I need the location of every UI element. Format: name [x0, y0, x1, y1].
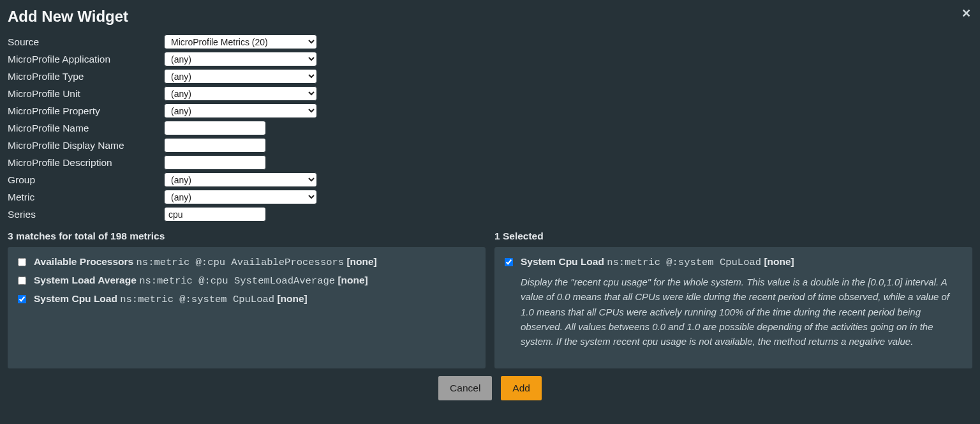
unit-select[interactable]: (any): [164, 86, 317, 101]
list-item: Available Processors ns:metric @:cpu Ava…: [18, 256, 475, 268]
match-name: System Load Average: [34, 275, 137, 285]
close-icon[interactable]: ✕: [961, 6, 971, 20]
label-unit: MicroProfile Unit: [8, 88, 164, 100]
match-meta: ns:metric @:system CpuLoad: [120, 294, 274, 305]
label-application: MicroProfile Application: [8, 54, 164, 65]
group-select[interactable]: (any): [164, 172, 317, 187]
list-item: System Cpu Load ns:metric @:system CpuLo…: [18, 293, 475, 305]
add-button[interactable]: Add: [501, 376, 542, 400]
dialog-title: Add New Widget: [8, 8, 972, 26]
matches-heading: 3 matches for total of 198 metrics: [8, 231, 486, 242]
selected-description: Display the "recent cpu usage" for the w…: [521, 275, 962, 349]
selected-panel: System Cpu Load ns:metric @:system CpuLo…: [494, 247, 972, 368]
dialog-footer: Cancel Add: [8, 376, 972, 400]
label-display-name: MicroProfile Display Name: [8, 140, 164, 151]
list-item: System Load Average ns:metric @:cpu Syst…: [18, 275, 475, 287]
match-checkbox[interactable]: [18, 295, 26, 303]
description-input[interactable]: [164, 155, 266, 170]
label-group: Group: [8, 174, 164, 186]
match-meta: ns:metric @:cpu AvailableProcessors: [137, 257, 345, 268]
match-unit: [none]: [346, 256, 376, 267]
source-select[interactable]: MicroProfile Metrics (20): [164, 34, 317, 49]
label-description: MicroProfile Description: [8, 157, 164, 169]
list-item: System Cpu Load ns:metric @:system CpuLo…: [505, 256, 962, 268]
selected-unit: [none]: [764, 256, 794, 267]
label-series: Series: [8, 209, 164, 220]
label-metric: Metric: [8, 192, 164, 203]
selected-name: System Cpu Load: [521, 256, 604, 267]
match-unit: [none]: [277, 293, 307, 304]
label-name: MicroProfile Name: [8, 123, 164, 134]
selected-checkbox[interactable]: [505, 258, 513, 266]
match-unit: [none]: [338, 275, 368, 285]
property-select[interactable]: (any): [164, 103, 317, 118]
matches-panel: Available Processors ns:metric @:cpu Ava…: [8, 247, 486, 368]
label-source: Source: [8, 36, 164, 48]
series-input[interactable]: [164, 207, 266, 222]
label-type: MicroProfile Type: [8, 71, 164, 82]
selected-meta: ns:metric @:system CpuLoad: [607, 257, 761, 268]
match-name: System Cpu Load: [34, 293, 117, 304]
match-name: Available Processors: [34, 256, 133, 267]
match-checkbox[interactable]: [18, 258, 26, 266]
application-select[interactable]: (any): [164, 52, 317, 66]
match-checkbox[interactable]: [18, 276, 26, 285]
metric-select[interactable]: (any): [164, 190, 317, 204]
type-select[interactable]: (any): [164, 69, 317, 84]
match-meta: ns:metric @:cpu SystemLoadAverage: [139, 275, 335, 287]
add-widget-dialog: ✕ Add New Widget Source MicroProfile Met…: [0, 0, 980, 412]
selected-heading: 1 Selected: [494, 231, 972, 242]
name-input[interactable]: [164, 121, 266, 135]
cancel-button[interactable]: Cancel: [438, 376, 492, 400]
display-name-input[interactable]: [164, 138, 266, 153]
label-property: MicroProfile Property: [8, 105, 164, 117]
